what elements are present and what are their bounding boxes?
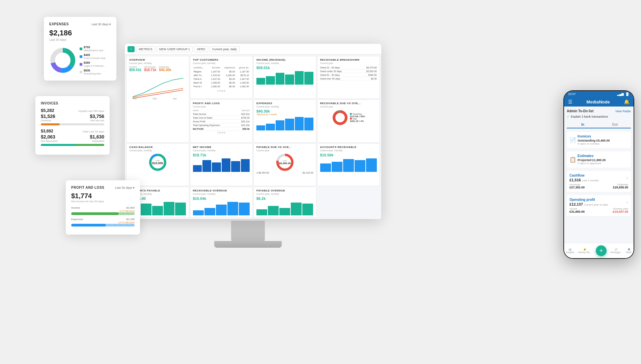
deposited-row: $2,063 Not deposited $1,630 Deposited [41, 134, 104, 143]
phone-invoices-card[interactable]: 📄 Invoices Outstanding £5,460.00 5 open … [567, 132, 631, 148]
metrics-button[interactable]: METRICS [136, 46, 155, 52]
xero-button[interactable]: XERO [194, 46, 208, 52]
expenses-card-title: EXPENSES [49, 22, 69, 26]
status-time: 20:07 [568, 92, 576, 96]
period-button[interactable]: Current year, daily [210, 46, 240, 52]
dashboard-grid: OVERVIEW Current year, monthly income $5… [125, 55, 381, 219]
card-expenses: EXPENSES Last 30 days ▾ $2,186 Last 30 d… [44, 17, 116, 81]
monitor-stand [214, 221, 282, 248]
expenses-card-period[interactable]: Last 30 days ▾ [91, 23, 111, 26]
insights-icon: 📊 [568, 248, 572, 251]
group-button[interactable]: NEW USER GROUP 1 [157, 46, 193, 52]
recv-row: Owed 61 - 90 days$466.50 [320, 73, 377, 77]
widget-top-customers: TOP CUSTOMERS Current year, monthly cust… [190, 56, 253, 99]
widget-income-revenue: INCOME (REVENUE) Current year, monthly $… [253, 56, 316, 99]
add-button[interactable]: + [128, 46, 135, 52]
legend-item: $390 Legal & Professio... [80, 61, 106, 67]
overview-chart: Feb Mar Apr [129, 73, 187, 100]
check-icon: ✓ [567, 115, 569, 118]
income-bar-row: Income $3,960 8 TO REVIEW [71, 206, 135, 215]
income-bar-track [71, 212, 135, 215]
tab-in[interactable]: In [567, 121, 599, 128]
pnl-pagination: 1-5 of 5 [193, 131, 250, 134]
nav-manage[interactable]: 📈 Moneyge... [611, 248, 622, 253]
svg-point-3 [334, 112, 346, 124]
payable-donut-container: total $8,386.00 [256, 153, 313, 172]
expenses-donut-row: $755 Maintenance and... $405 Cost of Goo… [49, 46, 111, 75]
phone-screen: 20:07 ▂▄▆ ▐▌ ☰ MediaNode 🔔 Admin To-Do l… [564, 91, 634, 258]
expenses-main-label: Last 30 days [49, 38, 111, 41]
chevron-right-icon: › [626, 199, 628, 205]
metric-net-income: net income $18.71k [144, 66, 156, 72]
legend-item: $755 Maintenance and... [80, 46, 106, 52]
widget-receivable-breakdown: RECEIVABLE BREAKDOWN Current year Owed 3… [317, 56, 380, 99]
expenses-bar-track [71, 224, 135, 226]
view-radar-link[interactable]: View Radar [615, 110, 631, 113]
pnl-card-title: PROFIT AND LOSS [71, 186, 104, 189]
manage-icon: 📈 [615, 248, 618, 251]
phone-cashflow-card[interactable]: Cashflow £1,516 Last 3 months › Incoming… [567, 171, 631, 192]
nav-money[interactable]: 💰 Money, Mo... [578, 248, 592, 253]
expenses-review-badge: 14 TO REVIEW [71, 221, 135, 224]
unpaid-period: Unpaid Last 365 days [78, 110, 104, 113]
widget-receivable-due: RECEIVABLE DUE VS OVE... Current year Ov… [317, 99, 380, 142]
widget-receivable-overdue: RECEIVABLE OVERDUE Current year, monthly… [190, 187, 253, 218]
invoices-card-title: INVOICES [41, 101, 58, 105]
pnl-row: Total Income$25.91k [193, 112, 250, 116]
widget-overview: OVERVIEW Current year, monthly income $5… [126, 56, 189, 143]
hamburger-icon[interactable]: ☰ [568, 99, 573, 104]
customer-table: custom... income expenses gross pr. Ridg… [193, 66, 250, 89]
widget-net-income: NET INCOME Current year, monthly $18.71k [190, 143, 253, 186]
pnl-card-period[interactable]: Last 30 days ▾ [115, 186, 135, 189]
svg-text:Feb: Feb [133, 97, 137, 100]
pnl-row: Total Operating Expenses$19.10k [193, 123, 250, 127]
table-row: Bank W1,299.00$0.001,299.00 [194, 81, 249, 84]
unpaid-value: $5,282 [41, 108, 54, 113]
income-review-badge: 8 TO REVIEW [71, 210, 135, 212]
chevron-down-icon: ▾ [109, 23, 111, 26]
wifi-icon: ▂▄▆ [617, 92, 624, 96]
todo-section-title: Admin To-Do list [567, 109, 593, 113]
recv-row: Owed 31 - 60 days$6,479.00 [320, 66, 377, 69]
chevron-down-icon: ▾ [133, 186, 135, 189]
pnl-row: Gross Profit$25.11k [193, 120, 250, 123]
card-pnl: PROFIT AND LOSS Last 30 days ▾ $1,774 Ne… [66, 180, 140, 235]
widget-payable-due: PAYABLE DUE VS OVE... Current year total… [253, 143, 316, 186]
tab-out[interactable]: Out [599, 121, 631, 128]
monitor-toolbar: + METRICS NEW USER GROUP 1 XERO Current … [125, 44, 381, 55]
phone-estimates-card[interactable]: 📋 Estimates Projected £1,980.00 2 open o… [567, 151, 631, 168]
recv-row: Owed over 90 days$0.00 [320, 77, 377, 81]
widget-cash-balance: CASH BALANCE Current year, monthly total… [126, 143, 189, 186]
bank-icon: 🏦 [628, 248, 631, 251]
svg-text:Mar: Mar [153, 97, 157, 100]
card-invoices: INVOICES $5,282 Unpaid Last 365 days $1,… [35, 96, 110, 155]
phone-content: Admin To-Do list View Radar ✓ Explain 3 … [564, 107, 634, 243]
cash-donut-container: total $10.50k [129, 153, 186, 172]
phone-bottom-nav: 📊 Insights 💰 Money, Mo... + 📈 Moneyge...… [564, 243, 634, 258]
phone-statusbar: 20:07 ▂▄▆ ▐▌ [564, 91, 634, 97]
phone-tabs: In Out [567, 121, 631, 128]
receivable-donut [332, 109, 349, 126]
todo-item: ✓ Explain 3 bank transactions [567, 115, 631, 118]
deposited-progress-bar [41, 144, 104, 146]
pnl-row: Total Cost of Sales$795.00 [193, 116, 250, 120]
recv-row: Owed under 30 days$3,563.00 [320, 69, 377, 73]
expenses-donut-chart [49, 47, 76, 74]
legend-item: $636 Everything else [80, 69, 106, 75]
battery-icon: ▐▌ [625, 92, 630, 96]
table-row: Ridgew1,187.00$0.001,187.00 [194, 70, 249, 73]
expenses-main-value: $2,186 [49, 29, 111, 37]
phone-operating-profit-card[interactable]: Operating profit £12,137 Current year to… [567, 195, 631, 216]
legend-item: $405 Cost of Goods Sole [80, 53, 106, 60]
nav-bank[interactable]: 🏦 Bank [626, 248, 632, 253]
overdue-progress-bar [41, 123, 104, 125]
pnl-main-value: $1,774 [71, 192, 135, 200]
pnl-sublabel: Net income for last 30 days [71, 200, 135, 203]
bell-icon[interactable]: 🔔 [624, 99, 630, 104]
widget-expenses: EXPENSES Current year, monthly $40.30k +… [253, 99, 316, 142]
expenses-bar-row: Expenses $2,186 14 TO REVIEW [71, 218, 135, 226]
paid-period: Paid Last 30 days [83, 130, 104, 133]
fab-add-button[interactable]: + [596, 245, 607, 256]
nav-insights[interactable]: 📊 Insights [566, 248, 574, 253]
phone: 20:07 ▂▄▆ ▐▌ ☰ MediaNode 🔔 Admin To-Do l… [563, 90, 634, 259]
